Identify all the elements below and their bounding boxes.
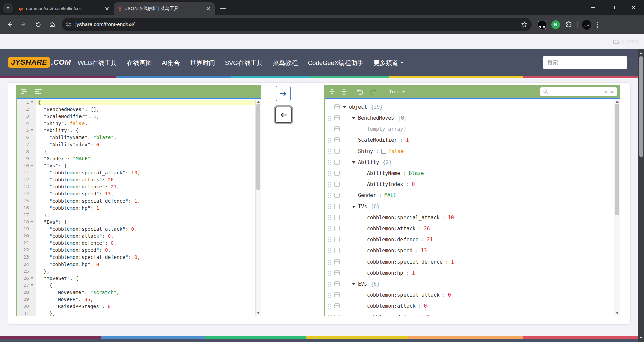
scrollbar-thumb[interactable] bbox=[639, 56, 643, 157]
code-line-29[interactable]: 29"MovePP": 35, bbox=[17, 296, 255, 303]
scroll-up-icon[interactable] bbox=[640, 51, 642, 54]
fold-arrow-icon[interactable] bbox=[31, 165, 33, 168]
scroll-up-icon[interactable] bbox=[614, 99, 620, 104]
expand-all-button[interactable] bbox=[329, 88, 335, 95]
extensions-puzzle-icon[interactable] bbox=[565, 21, 573, 28]
tab-close-icon[interactable] bbox=[104, 6, 110, 12]
nav-item-4[interactable]: SVG在线工具 bbox=[225, 59, 263, 67]
bookmark-star-icon[interactable] bbox=[521, 21, 528, 28]
row-menu-icon[interactable] bbox=[334, 215, 340, 220]
scrollbar-thumb[interactable] bbox=[615, 104, 619, 215]
field-name[interactable]: cobblemon:defence bbox=[367, 237, 419, 243]
scroll-down-icon[interactable] bbox=[614, 310, 620, 316]
field-name[interactable]: ScaleModifier bbox=[358, 137, 397, 143]
nav-item-7[interactable]: 更多频道 bbox=[373, 59, 404, 67]
code-line-14[interactable]: 14"cobblemon:speed": 13, bbox=[17, 190, 255, 197]
code-line-4[interactable]: 4"Shiny": false, bbox=[17, 120, 255, 127]
row-menu-icon[interactable] bbox=[334, 193, 340, 198]
drag-handle-icon[interactable] bbox=[328, 270, 331, 276]
row-menu-icon[interactable] bbox=[334, 259, 340, 264]
site-logo[interactable]: JYSHARE .COM bbox=[8, 57, 71, 68]
code-lines[interactable]: 1{2"BenchedMoves": [],3"ScaleModifier": … bbox=[17, 99, 255, 316]
code-line-28[interactable]: 28"MoveName": "scratch", bbox=[17, 289, 255, 296]
editor-scrollbar[interactable] bbox=[255, 99, 261, 316]
code-line-18[interactable]: 18"EVs": { bbox=[17, 218, 255, 225]
drag-handle-icon[interactable] bbox=[328, 204, 331, 209]
format-json-button[interactable] bbox=[35, 88, 44, 95]
drag-handle-icon[interactable] bbox=[328, 237, 331, 242]
field-name[interactable]: cobblemon:defence bbox=[367, 314, 419, 316]
code-line-20[interactable]: 20"cobblemon:attack": 0, bbox=[17, 232, 255, 239]
home-button[interactable] bbox=[46, 19, 58, 30]
field-name[interactable]: EVs bbox=[358, 281, 367, 287]
nav-item-0[interactable]: WEB在线工具 bbox=[78, 59, 117, 67]
profile-avatar[interactable] bbox=[582, 20, 591, 30]
field-value[interactable]: 0 bbox=[424, 303, 427, 309]
code-line-3[interactable]: 3"ScaleModifier": 1, bbox=[17, 113, 255, 120]
field-name[interactable]: cobblemon:hp bbox=[367, 270, 403, 276]
site-search-input[interactable] bbox=[543, 56, 627, 69]
row-menu-icon[interactable] bbox=[334, 303, 340, 308]
drag-handle-icon[interactable] bbox=[328, 292, 331, 298]
field-name[interactable]: cobblemon:special_attack bbox=[367, 292, 440, 298]
tree-row-4[interactable]: Shiny:false bbox=[325, 146, 614, 157]
row-menu-icon[interactable] bbox=[334, 137, 340, 142]
code-line-22[interactable]: 22"cobblemon:speed": 0, bbox=[17, 246, 255, 253]
tree-row-0[interactable]: object{29} bbox=[325, 101, 614, 112]
field-name[interactable]: Gender bbox=[358, 192, 376, 198]
expand-triangle-icon[interactable] bbox=[352, 161, 355, 165]
code-line-19[interactable]: 19"cobblemon:special_attack": 0, bbox=[17, 225, 255, 232]
nav-item-3[interactable]: 世界时间 bbox=[190, 59, 215, 67]
all-bookmarks[interactable]: 所有书签 bbox=[604, 34, 639, 49]
tab-close-icon[interactable] bbox=[205, 6, 211, 12]
drag-handle-icon[interactable] bbox=[328, 193, 331, 198]
tree-row-14[interactable]: cobblemon:special_defence:1 bbox=[325, 256, 614, 267]
field-value[interactable]: 1 bbox=[451, 259, 454, 265]
fold-arrow-icon[interactable] bbox=[31, 129, 33, 132]
code-line-16[interactable]: 16"cobblemon:hp": 1 bbox=[17, 204, 255, 211]
page-scrollbar[interactable] bbox=[638, 49, 644, 342]
nav-item-2[interactable]: AI集合 bbox=[162, 59, 180, 67]
field-value[interactable]: MALE bbox=[384, 192, 396, 198]
fold-arrow-icon[interactable] bbox=[31, 284, 33, 287]
drag-handle-icon[interactable] bbox=[328, 171, 331, 176]
window-close-button[interactable] bbox=[623, 0, 644, 15]
drag-handle-icon[interactable] bbox=[328, 215, 331, 220]
field-value[interactable]: 10 bbox=[448, 215, 454, 221]
code-line-12[interactable]: 12"cobblemon:attack": 26, bbox=[17, 176, 255, 183]
drag-handle-icon[interactable] bbox=[328, 149, 331, 154]
url-text[interactable]: jyshare.com/front-end/53/ bbox=[75, 21, 521, 27]
tab-search-button[interactable] bbox=[3, 3, 13, 13]
row-menu-icon[interactable] bbox=[334, 171, 340, 176]
scroll-down-icon[interactable] bbox=[640, 337, 642, 340]
forward-button[interactable] bbox=[18, 19, 30, 30]
expand-triangle-icon[interactable] bbox=[343, 106, 346, 110]
code-line-15[interactable]: 15"cobblemon:special_defence": 1, bbox=[17, 197, 255, 204]
code-line-30[interactable]: 30"RaisedPPStages": 0 bbox=[17, 303, 255, 310]
row-menu-icon[interactable] bbox=[334, 292, 340, 297]
browser-tab-json-parser[interactable]: JSON 在线解析 | 菜鸟工具 bbox=[114, 2, 215, 15]
window-maximize-button[interactable] bbox=[603, 0, 623, 15]
drag-handle-icon[interactable] bbox=[328, 182, 331, 187]
tree-to-code-button[interactable] bbox=[275, 107, 292, 123]
code-line-27[interactable]: 27{ bbox=[17, 282, 255, 289]
scrollbar-thumb[interactable] bbox=[256, 104, 260, 190]
code-line-6[interactable]: 6"AbilityName": "blaze", bbox=[17, 134, 255, 141]
drag-handle-icon[interactable] bbox=[328, 315, 331, 316]
site-info-icon[interactable] bbox=[66, 22, 71, 27]
field-name[interactable]: BenchedMoves bbox=[358, 115, 394, 121]
field-value[interactable]: 0 bbox=[412, 181, 415, 187]
scroll-up-icon[interactable] bbox=[256, 99, 261, 104]
expand-triangle-icon[interactable] bbox=[352, 117, 355, 121]
row-menu-icon[interactable] bbox=[334, 270, 340, 275]
field-name[interactable]: AbilityName bbox=[367, 170, 400, 176]
fold-arrow-icon[interactable] bbox=[31, 277, 33, 280]
collapse-all-button[interactable] bbox=[341, 88, 347, 95]
tree-row-7[interactable]: AbilityIndex:0 bbox=[325, 179, 614, 190]
row-menu-icon[interactable] bbox=[334, 126, 340, 131]
code-line-23[interactable]: 23"cobblemon:special_defence": 0, bbox=[17, 253, 255, 261]
field-name[interactable]: cobblemon:speed bbox=[367, 248, 412, 254]
reload-button[interactable] bbox=[32, 19, 44, 30]
tree-row-8[interactable]: Gender:MALE bbox=[325, 190, 614, 201]
search-next-icon[interactable] bbox=[604, 91, 608, 95]
